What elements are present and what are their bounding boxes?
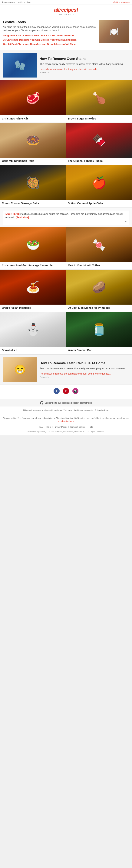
recipe-item-winter-pot[interactable]: Winter Simmer Pot xyxy=(66,312,132,354)
festive-link-1[interactable]: 3-Ingredient Party Snacks That Look Like… xyxy=(3,34,74,37)
podcast-icon: 🎧 xyxy=(40,401,44,405)
recipe-image-caramel xyxy=(66,165,132,200)
festive-link-2[interactable]: 15 Christmas Desserts You Can Make in Yo… xyxy=(3,38,77,41)
social-icons: f P 📷 xyxy=(3,388,129,394)
recipe-label-smokies: Brown Sugar Smokies xyxy=(66,115,132,123)
recipe-label-winter-pot: Winter Simmer Pot xyxy=(66,347,132,354)
ad-oven-body: This magic spray easily removes toughest… xyxy=(40,62,123,66)
top-bar-left: Impress every guest in no time. xyxy=(2,1,31,3)
recipe-label-fudge: The Original Fantasy Fudge xyxy=(66,158,132,165)
recipe-image-winter-pot xyxy=(66,312,132,347)
ad-teeth: How To Remove Teeth Calculus At Home See… xyxy=(0,354,132,385)
recipe-image-toffee xyxy=(66,227,132,262)
ad-teeth-link[interactable]: Here's how to remove dental plaque witho… xyxy=(40,372,111,375)
festive-image xyxy=(99,20,129,47)
footer-link-privacy[interactable]: Privacy Policy xyxy=(54,426,67,428)
recipe-image-meatballs xyxy=(0,270,66,305)
recipe-item-fudge[interactable]: The Original Fantasy Fudge xyxy=(66,123,132,165)
ad-teeth-heading: How To Remove Teeth Calculus At Home xyxy=(40,361,126,366)
podcast-bar: 🎧 Subscribe to our delicious podcast 'Ho… xyxy=(0,399,132,406)
recipe-label-toffee: Melt In Your Mouth Toffee xyxy=(66,262,132,270)
email-container: Impress every guest in no time. Get the … xyxy=(0,0,132,435)
ad-oven-heading: How To Remove Oven Stains xyxy=(40,57,123,61)
recipe-label-cinnamon: Cake Mix Cinnamon Rolls xyxy=(0,158,66,165)
mid-ad-label: ▶ xyxy=(5,220,127,223)
recipe-image-fudge xyxy=(66,123,132,158)
pinterest-icon[interactable]: P xyxy=(63,388,69,394)
recipe-item-sausage[interactable]: Cream Cheese Sausage Balls xyxy=(0,165,66,208)
recipe-item-xmas-casserole[interactable]: Christmas Breakfast Sausage Casserole xyxy=(0,227,66,270)
recipe-image-prime-sides xyxy=(66,270,132,305)
recipe-item-snowballs[interactable]: Snowballs II xyxy=(0,312,66,354)
footer-address: Meredith Corporation, 1716 Locust Street… xyxy=(0,430,132,435)
footer-unsubscribe-text: You are getting The Scoop as part of you… xyxy=(0,414,132,425)
tagline: THE SCOOP xyxy=(0,13,132,16)
read-more-link[interactable]: [Read More] xyxy=(16,216,29,219)
recipe-image-smokies xyxy=(66,80,132,115)
recipe-label-prime-rib: Christmas Prime Rib xyxy=(0,115,66,123)
recipe-item-smokies[interactable]: Brown Sugar Smokies xyxy=(66,80,132,123)
recipe-item-toffee[interactable]: Melt In Your Mouth Toffee xyxy=(66,227,132,270)
footer-link-faq[interactable]: FAQ xyxy=(39,426,43,428)
recipe-item-prime-rib[interactable]: Christmas Prime Rib xyxy=(0,80,66,123)
recipe-image-snowballs xyxy=(0,312,66,347)
get-magazine-link[interactable]: Get the Magazine xyxy=(113,1,130,3)
recipe-image-cinnamon xyxy=(0,123,66,158)
ad-oven-link[interactable]: Here's how to remove the toughest stains… xyxy=(40,68,99,70)
mid-ad: MUST READ: 26 gifts selling like hotcake… xyxy=(0,208,132,227)
social-footer: f P 📷 xyxy=(0,385,132,399)
festive-link-3[interactable]: Our 20 Best Christmas Breakfast and Brun… xyxy=(3,43,76,45)
recipe-label-snowballs: Snowballs II xyxy=(0,347,66,354)
recipe-grid-2: Christmas Breakfast Sausage Casserole Me… xyxy=(0,227,132,355)
festive-body: You'll be the talk of the holiday season… xyxy=(3,25,96,32)
footer-link-terms[interactable]: Terms of Service xyxy=(70,426,85,428)
ad-oven-image xyxy=(3,53,37,78)
header: allrecipes! THE SCOOP xyxy=(0,5,132,17)
festive-heading: Festive Foods xyxy=(3,20,96,24)
footer-link-help2[interactable]: Help xyxy=(89,426,93,428)
ad-teeth-image xyxy=(3,357,37,382)
festive-food-image xyxy=(99,20,129,43)
recipe-label-caramel: Spiked Caramel Apple Cider xyxy=(66,200,132,208)
ad-oven-text: How To Remove Oven Stains This magic spr… xyxy=(40,57,123,74)
ad-teeth-text: How To Remove Teeth Calculus At Home See… xyxy=(40,361,126,378)
instagram-icon[interactable]: 📷 xyxy=(73,388,79,394)
footer-links: FAQ | Help | Privacy Policy | Terms of S… xyxy=(0,425,132,430)
recipe-label-prime-sides: 20 Best Side Dishes for Prime Rib xyxy=(66,305,132,312)
ad-oven-stains: How To Remove Oven Stains This magic spr… xyxy=(0,50,132,80)
recipe-item-meatballs[interactable]: Bren's Italian Meatballs xyxy=(0,270,66,312)
mid-ad-inner: MUST READ: 26 gifts selling like hotcake… xyxy=(3,210,129,225)
recipe-image-sausage xyxy=(0,165,66,200)
ad-oven-source: Powered by xyxy=(40,71,123,73)
festive-text: Festive Foods You'll be the talk of the … xyxy=(3,20,99,47)
facebook-icon[interactable]: f xyxy=(53,388,59,394)
top-bar: Impress every guest in no time. Get the … xyxy=(0,0,132,5)
recipe-label-xmas-casserole: Christmas Breakfast Sausage Casserole xyxy=(0,262,66,270)
ad-teeth-source: Powered by xyxy=(40,376,126,378)
recipe-item-prime-sides[interactable]: 20 Best Side Dishes for Prime Rib xyxy=(66,270,132,312)
recipe-label-sausage: Cream Cheese Sausage Balls xyxy=(0,200,66,208)
ad-teeth-body: See how this new teeth cleaner that easi… xyxy=(40,367,126,370)
recipe-image-xmas-casserole xyxy=(0,227,66,262)
recipe-item-cinnamon[interactable]: Cake Mix Cinnamon Rolls xyxy=(0,123,66,165)
footer-link-help[interactable]: Help xyxy=(46,426,51,428)
recipe-label-meatballs: Bren's Italian Meatballs xyxy=(0,305,66,312)
unsubscribe-link[interactable]: unsubscribe here. xyxy=(58,420,74,422)
festive-links-list: 3-Ingredient Party Snacks That Look Like… xyxy=(3,34,96,46)
footer-main-text: This email was sent to ahwren@gmail.com.… xyxy=(0,406,132,414)
podcast-label: Subscribe to our delicious podcast 'Home… xyxy=(45,402,92,404)
must-read-label: MUST READ: xyxy=(5,213,19,215)
recipe-grid-1: Christmas Prime Rib Brown Sugar Smokies … xyxy=(0,80,132,208)
recipe-image-prime-rib xyxy=(0,80,66,115)
logo: allrecipes! xyxy=(0,7,132,13)
recipe-item-caramel[interactable]: Spiked Caramel Apple Cider xyxy=(66,165,132,208)
festive-section: Festive Foods You'll be the talk of the … xyxy=(0,17,132,50)
